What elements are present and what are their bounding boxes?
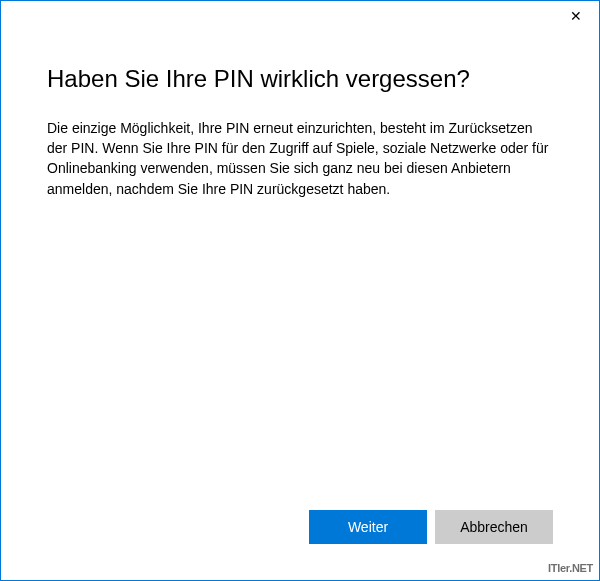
dialog-heading: Haben Sie Ihre PIN wirklich vergessen? (47, 65, 553, 94)
dialog-content: Haben Sie Ihre PIN wirklich vergessen? D… (1, 35, 599, 510)
button-row: Weiter Abbrechen (1, 510, 599, 580)
close-icon: ✕ (570, 8, 582, 24)
pin-reset-dialog: ✕ Haben Sie Ihre PIN wirklich vergessen?… (0, 0, 600, 581)
cancel-button[interactable]: Abbrechen (435, 510, 553, 544)
dialog-body-text: Die einzige Möglichkeit, Ihre PIN erneut… (47, 118, 553, 199)
titlebar: ✕ (1, 1, 599, 35)
continue-button[interactable]: Weiter (309, 510, 427, 544)
close-button[interactable]: ✕ (553, 1, 599, 31)
